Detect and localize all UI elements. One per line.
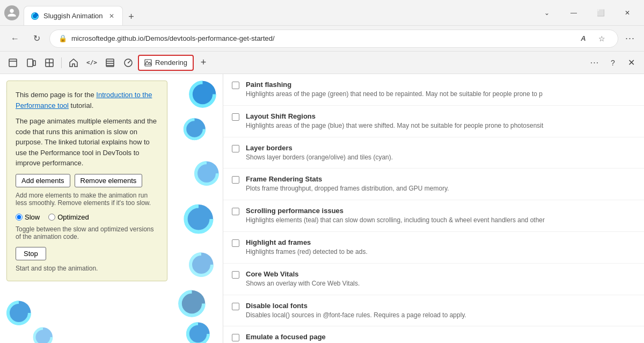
svg-rect-1: [9, 59, 17, 67]
tab-close-button[interactable]: ✕: [107, 12, 116, 20]
rendering-panel: Paint flashing Highlights areas of the p…: [223, 74, 644, 343]
rendering-desc-0: Highlights areas of the page (green) tha…: [246, 90, 611, 99]
bg-logo-1: [188, 79, 217, 109]
info-text-2: The page animates multiple elements and …: [16, 116, 158, 169]
stop-button[interactable]: Stop: [16, 247, 46, 260]
slow-radio[interactable]: [16, 214, 23, 221]
rendering-checkbox-0[interactable]: [232, 82, 239, 89]
refresh-button[interactable]: ↻: [28, 30, 45, 47]
rendering-desc-5: Highlights frames (red) detected to be a…: [246, 247, 611, 257]
restore-button[interactable]: ⬜: [588, 4, 613, 21]
rendering-title-3: Frame Rendering Stats: [246, 175, 635, 183]
url-text[interactable]: microsoftedge.github.io/Demos/devtools-p…: [71, 34, 572, 42]
optimized-radio-label[interactable]: Optimized: [48, 213, 89, 221]
bg-logo-9: [5, 300, 32, 326]
bg-logo-10: [32, 326, 54, 343]
rendering-title-4: Scrolling performance issues: [246, 207, 635, 215]
rendering-checkbox-1[interactable]: [232, 113, 239, 121]
home-tool[interactable]: [65, 55, 82, 71]
tab-bar: Sluggish Animation ✕ +: [24, 0, 530, 25]
devtools-help-button[interactable]: ?: [604, 55, 621, 71]
rendering-checkbox-2[interactable]: [232, 145, 239, 152]
rendering-item: Scrolling performance issues Highlights …: [223, 200, 644, 232]
address-bar: ← ↻ 🔒 microsoftedge.github.io/Demos/devt…: [0, 26, 644, 52]
devtools-right: ··· ? ✕: [586, 55, 640, 71]
lock-icon: 🔒: [58, 34, 67, 42]
info-panel: This demo page is for the Introduction t…: [6, 81, 167, 281]
add-tool[interactable]: +: [195, 55, 212, 71]
rendering-desc-2: Shows layer borders (orange/olive) and t…: [246, 153, 611, 162]
rendering-content-8: Emulate a focused page Emulates a focuse…: [246, 333, 635, 343]
rendering-tab[interactable]: Rendering: [138, 55, 194, 71]
slow-radio-text: Slow: [25, 213, 40, 221]
remove-elements-button[interactable]: Remove elements: [75, 174, 143, 187]
devtools-more-button[interactable]: ···: [586, 55, 603, 71]
more-tools-button[interactable]: ···: [623, 31, 638, 46]
svg-rect-2: [27, 59, 33, 67]
profile-area: [4, 5, 19, 20]
rendering-desc-7: Disables local() sources in @font-face r…: [246, 311, 611, 320]
rendering-icon: [144, 59, 152, 67]
rendering-checkbox-4[interactable]: [232, 208, 239, 215]
tab-favicon: [31, 12, 39, 20]
rendering-title-5: Highlight ad frames: [246, 238, 635, 246]
window-controls: ⌄ — ⬜ ✕: [535, 4, 640, 21]
reading-view-icon[interactable]: A: [576, 31, 591, 46]
bg-logo-5: [188, 251, 215, 278]
chevron-button[interactable]: ⌄: [535, 4, 559, 21]
inspect-tool[interactable]: [4, 55, 21, 71]
avatar[interactable]: [4, 5, 19, 20]
performance-icon: [123, 58, 133, 68]
rendering-item: Layer borders Shows layer borders (orang…: [223, 137, 644, 169]
network-tool[interactable]: [101, 55, 119, 71]
address-input[interactable]: 🔒 microsoftedge.github.io/Demos/devtools…: [49, 30, 618, 48]
info-suffix: tutorial.: [69, 101, 93, 110]
svg-point-7: [128, 62, 129, 63]
sources-tool[interactable]: </>: [83, 55, 100, 71]
mode-hint: Toggle between the slow and optimized ve…: [16, 225, 158, 240]
rendering-tab-label: Rendering: [155, 59, 187, 67]
rendering-item: Emulate a focused page Emulates a focuse…: [223, 326, 644, 343]
new-tab-button[interactable]: +: [123, 8, 140, 25]
rendering-item: Frame Rendering Stats Plots frame throug…: [223, 169, 644, 200]
add-elements-button[interactable]: Add elements: [16, 174, 70, 187]
info-text-1: This demo page is for the Introduction t…: [16, 90, 158, 111]
active-tab[interactable]: Sluggish Animation ✕: [24, 6, 123, 25]
favorite-icon[interactable]: ☆: [594, 31, 609, 46]
slow-radio-label[interactable]: Slow: [16, 213, 40, 221]
rendering-checkbox-7[interactable]: [232, 303, 239, 310]
address-icons: A ☆: [576, 31, 609, 46]
optimized-radio[interactable]: [48, 214, 55, 221]
devtools-close-button[interactable]: ✕: [623, 55, 640, 71]
rendering-checkbox-6[interactable]: [232, 271, 239, 279]
home-icon: [69, 58, 78, 68]
rendering-checkbox-3[interactable]: [232, 176, 239, 184]
main-content: This demo page is for the Introduction t…: [0, 74, 644, 343]
title-bar: Sluggish Animation ✕ + ⌄ — ⬜ ✕: [0, 0, 644, 26]
rendering-checkbox-5[interactable]: [232, 239, 239, 247]
optimized-radio-text: Optimized: [57, 213, 89, 221]
rendering-content-4: Scrolling performance issues Highlights …: [246, 207, 635, 225]
bg-logo-3: [193, 160, 220, 187]
bg-logo-6: [177, 289, 207, 318]
rendering-desc-3: Plots frame throughput, dropped frames d…: [246, 184, 611, 193]
console-tool[interactable]: [41, 55, 58, 71]
rendering-item: Layout Shift Regions Highlights areas of…: [223, 106, 644, 137]
minimize-button[interactable]: —: [561, 4, 586, 21]
rendering-title-1: Layout Shift Regions: [246, 112, 635, 120]
animation-hint: Start and stop the animation.: [16, 265, 158, 272]
toolbar-separator: [61, 57, 62, 68]
rendering-desc-6: Shows an overlay with Core Web Vitals.: [246, 279, 611, 288]
rendering-checkbox-8[interactable]: [232, 334, 239, 341]
rendering-item: Disable local fonts Disables local() sou…: [223, 295, 644, 327]
back-button[interactable]: ←: [6, 30, 24, 47]
toolbar-right: ···: [623, 31, 638, 46]
rendering-content-0: Paint flashing Highlights areas of the p…: [246, 81, 635, 99]
tab-title: Sluggish Animation: [43, 12, 103, 20]
close-button[interactable]: ✕: [615, 4, 640, 21]
rendering-content-1: Layout Shift Regions Highlights areas of…: [246, 112, 635, 130]
rendering-title-2: Layer borders: [246, 144, 635, 152]
performance-tool[interactable]: [120, 55, 137, 71]
device-tool[interactable]: [23, 55, 40, 71]
rendering-item: Core Web Vitals Shows an overlay with Co…: [223, 264, 644, 295]
